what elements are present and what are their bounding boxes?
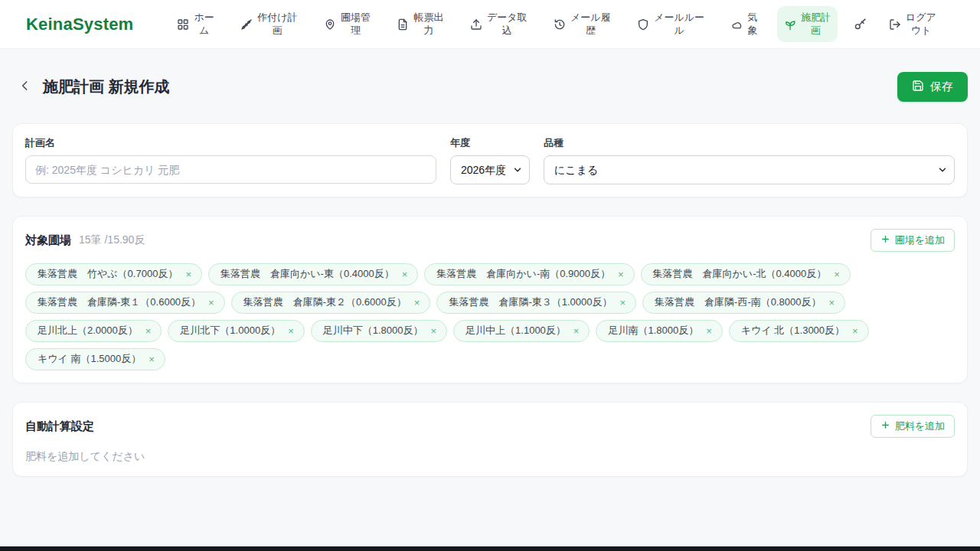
remove-field-icon[interactable]: × [852,326,858,336]
field-tag: 集落営農 倉庫隣-東２（0.6000反）× [231,292,431,314]
nav-item-label: 作付け計 画 [257,11,297,37]
target-fields-title: 対象圃場 [25,233,71,248]
plan-name-label: 計画名 [25,136,436,150]
field-tag-label: 集落営農 倉庫隣-東１（0.6000反） [38,295,201,309]
target-fields-card: 対象圃場 15筆 /15.90反 圃場を追加 集落営農 竹やぶ（0.7000反）… [12,216,968,383]
field-tag: 集落営農 倉庫向かい-南（0.9000反）× [424,263,634,285]
field-tag-label: キウイ 南（1.5000反） [38,352,141,366]
field-tag-label: 集落営農 倉庫隣-東３（1.0000反） [449,295,612,309]
field-tag: 集落営農 倉庫隣-東３（1.0000反）× [436,292,636,314]
nav-item-label: 帳票出 力 [413,11,443,37]
page-header: 施肥計画 新規作成 保存 [15,72,968,102]
remove-field-icon[interactable]: × [402,269,408,279]
logout-icon [889,18,901,31]
remove-field-icon[interactable]: × [185,269,191,279]
key-icon [854,18,867,31]
save-button[interactable]: 保存 [897,72,968,102]
nav-item-mail-history[interactable]: メール履 歴 [547,6,618,42]
nav-item-label: データ取 込 [487,11,528,37]
remove-field-icon[interactable]: × [430,326,436,336]
fertilizer-empty-message: 肥料を追加してください [25,450,955,464]
field-tag: 足川中下（1.8000反）× [311,320,447,342]
add-field-button-label: 圃場を追加 [895,233,945,247]
field-tag-label: 足川北上（2.0000反） [38,324,138,337]
nav-menu: ホー ム 作付け計 画 圃場管 理 帳票出 力 データ取 込 [170,6,943,42]
nav-item-label: ログア ウト [906,11,936,37]
field-tag: 集落営農 倉庫隣-東１（0.6000反）× [25,292,225,314]
field-tag-label: 足川南（1.8000反） [608,324,698,337]
floppy-icon [912,80,924,94]
variety-select[interactable]: にこまる [544,155,955,184]
field-tag-list: 集落営農 竹やぶ（0.7000反）× 集落営農 倉庫向かい-東（0.4000反）… [25,263,955,370]
field-tag-label: 集落営農 倉庫隣-西-南（0.8000反） [655,295,821,309]
nav-item-logout[interactable]: ログア ウト [882,6,943,42]
chevron-left-icon [18,78,33,96]
nav-item-label: ホー ム [194,11,214,37]
remove-field-icon[interactable]: × [618,269,624,279]
field-tag-label: 足川中上（1.1000反） [466,324,566,337]
upload-icon [470,18,482,31]
remove-field-icon[interactable]: × [208,298,214,308]
top-navigation: KeinaSystem ホー ム 作付け計 画 圃場管 理 帳票出 力 [0,0,980,49]
back-button[interactable] [15,77,35,97]
nav-item-report-output[interactable]: 帳票出 力 [390,6,450,42]
remove-field-icon[interactable]: × [706,326,712,336]
remove-field-icon[interactable]: × [573,326,580,336]
nav-item-api-key[interactable] [851,12,870,36]
grid-icon [177,18,189,31]
document-icon [397,18,409,31]
field-tag-label: 集落営農 竹やぶ（0.7000反） [38,267,178,281]
nav-item-label: メールルー ル [654,11,704,37]
cloud-icon [731,18,743,31]
field-tag: 足川北上（2.0000反）× [25,320,162,342]
page-title: 施肥計画 新規作成 [43,77,170,97]
nav-item-label: 施肥計 画 [801,11,831,37]
target-fields-summary: 15筆 /15.90反 [79,233,145,247]
field-tag: 集落営農 竹やぶ（0.7000反）× [25,263,202,285]
plus-icon [880,234,890,246]
app-logo[interactable]: KeinaSystem [26,15,133,34]
field-tag-label: 集落営農 倉庫向かい-北（0.4000反） [653,267,827,281]
auto-calc-card: 自動計算設定 肥料を追加 肥料を追加してください [12,402,968,477]
remove-field-icon[interactable]: × [145,326,152,336]
field-tag: 集落営農 倉庫向かい-北（0.4000反）× [641,263,851,285]
nav-item-field-management[interactable]: 圃場管 理 [317,6,377,42]
year-label: 年度 [450,136,530,150]
auto-calc-title: 自動計算設定 [25,419,94,434]
remove-field-icon[interactable]: × [414,298,420,308]
year-select[interactable]: 2026年度 [450,155,530,184]
remove-field-icon[interactable]: × [619,298,626,308]
nav-item-home[interactable]: ホー ム [170,6,220,42]
plan-name-input[interactable] [25,155,436,184]
field-tag-label: 集落営農 倉庫向かい-東（0.4000反） [220,267,394,281]
nav-item-planting-plan[interactable]: 作付け計 画 [234,6,304,42]
map-pin-icon [324,18,336,31]
remove-field-icon[interactable]: × [288,326,294,336]
field-tag: キウイ 北（1.3000反）× [729,320,869,342]
plan-basic-info-card: 計画名 年度 2026年度 品種 にこまる [12,123,968,197]
field-tag: 集落営農 倉庫隣-西-南（0.8000反）× [642,292,845,314]
field-tag-label: 集落営農 倉庫向かい-南（0.9000反） [436,267,610,281]
save-button-label: 保存 [930,80,953,94]
wheat-icon [240,18,253,31]
add-fertilizer-button[interactable]: 肥料を追加 [871,415,955,438]
remove-field-icon[interactable]: × [834,269,840,279]
variety-label: 品種 [544,136,955,150]
field-tag-label: 足川北下（1.0000反） [180,324,280,337]
field-tag-label: 集落営農 倉庫隣-東２（0.6000反） [243,295,407,309]
field-tag: 足川中上（1.1000反）× [453,320,590,342]
field-tag: キウイ 南（1.5000反）× [25,348,165,370]
field-tag-label: 足川中下（1.8000反） [323,324,423,337]
field-tag: 足川北下（1.0000反）× [168,320,304,342]
remove-field-icon[interactable]: × [828,298,835,308]
nav-item-data-import[interactable]: データ取 込 [463,6,534,42]
history-icon [554,18,566,31]
add-field-button[interactable]: 圃場を追加 [871,229,955,252]
field-tag: 足川南（1.8000反）× [596,320,722,342]
remove-field-icon[interactable]: × [149,354,155,364]
field-tag: 集落営農 倉庫向かい-東（0.4000反）× [208,263,418,285]
bottom-edge-bar [0,546,980,551]
nav-item-mail-rules[interactable]: メールルー ル [630,6,711,42]
nav-item-weather[interactable]: 気 象 [724,6,765,42]
nav-item-fertilization-plan[interactable]: 施肥計 画 [777,6,838,42]
